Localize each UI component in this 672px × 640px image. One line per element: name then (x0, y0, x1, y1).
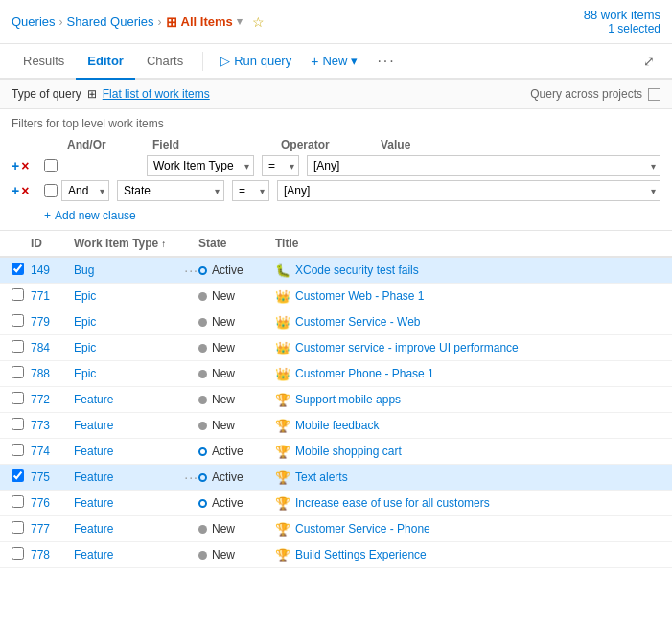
filter-row-2-operator[interactable]: = != In (232, 180, 269, 201)
table-row[interactable]: 779 Epic New 👑 Customer Service - Web (0, 309, 672, 335)
filter-row-2-andor[interactable]: And Or (61, 180, 109, 201)
filter-row-1-operator[interactable]: = != In (262, 155, 299, 176)
table-row[interactable]: 775 Feature ··· Active 🏆 Text alerts (0, 465, 672, 491)
row-type-text: Bug (74, 263, 94, 277)
filter-row-2-add[interactable]: + (12, 183, 19, 198)
row-checkbox[interactable] (12, 314, 31, 330)
row-title[interactable]: 👑 Customer Phone - Phase 1 (275, 367, 660, 381)
state-dot-icon (198, 370, 207, 378)
row-state-text: New (212, 548, 235, 561)
row-checkbox[interactable] (12, 444, 31, 459)
filter-row-2-remove[interactable]: × (21, 183, 29, 198)
header-type[interactable]: Work Item Type ↑ (74, 237, 198, 250)
row-type-text: Feature (74, 470, 113, 484)
count-label: 88 work items (584, 8, 660, 22)
row-title[interactable]: 👑 Customer service - improve UI performa… (275, 341, 660, 355)
filter-row-1-operator-wrapper: = != In (262, 155, 299, 176)
row-title-text: Mobile shopping cart (295, 445, 402, 458)
row-title[interactable]: 👑 Customer Web - Phase 1 (275, 289, 660, 304)
table-row[interactable]: 774 Feature Active 🏆 Mobile shopping car… (0, 439, 672, 465)
row-type: Feature ··· (74, 469, 198, 485)
chevron-down-icon[interactable]: ▾ (237, 15, 243, 28)
filter-row-2-value[interactable]: [Any] Active New Closed (277, 180, 660, 201)
tab-results[interactable]: Results (12, 44, 76, 80)
row-title[interactable]: 🏆 Build Settings Experience (275, 548, 660, 562)
filter-row-2-field[interactable]: State Work Item Type Title (117, 180, 224, 201)
table-row[interactable]: 777 Feature New 🏆 Customer Service - Pho… (0, 516, 672, 542)
row-title-text: Support mobile apps (295, 393, 401, 406)
row-state: New (198, 315, 275, 329)
row-checkbox[interactable] (12, 340, 31, 355)
row-title[interactable]: 🏆 Customer Service - Phone (275, 522, 660, 537)
row-checkbox[interactable] (12, 392, 31, 407)
row-checkbox[interactable] (12, 366, 31, 381)
run-query-button[interactable]: ▷ Run query (211, 48, 301, 74)
row-context-dots[interactable]: ··· (184, 263, 198, 278)
tab-charts[interactable]: Charts (135, 44, 195, 80)
row-title[interactable]: 👑 Customer Service - Web (275, 315, 660, 330)
filter-row-1-checkbox[interactable] (44, 159, 58, 172)
filter-row-1-value[interactable]: [Any] Bug Epic Feature (307, 155, 660, 176)
query-type-selector[interactable]: Type of query ⊞ Flat list of work items (12, 87, 210, 101)
query-across-checkbox[interactable] (648, 88, 660, 101)
row-checkbox[interactable] (12, 521, 31, 537)
table-row[interactable]: 771 Epic New 👑 Customer Web - Phase 1 (0, 284, 672, 309)
table-row[interactable]: 773 Feature New 🏆 Mobile feedback (0, 413, 672, 439)
sort-asc-icon[interactable]: ↑ (161, 239, 166, 249)
table-row[interactable]: 149 Bug ··· Active 🐛 XCode security test… (0, 258, 672, 284)
header-type-label: Work Item Type (74, 237, 158, 250)
row-id: 775 (31, 470, 74, 484)
breadcrumb-current: ⊞ All Items ▾ (166, 14, 243, 30)
row-checkbox[interactable] (12, 263, 31, 278)
add-clause-button[interactable]: + Add new clause (12, 205, 660, 226)
row-title[interactable]: 🏆 Support mobile apps (275, 393, 660, 407)
breadcrumb-current-label: All Items (181, 14, 233, 29)
breadcrumb-queries[interactable]: Queries (12, 14, 56, 29)
row-type-text: Epic (74, 315, 96, 329)
row-type-text: Feature (74, 548, 113, 561)
table-row[interactable]: 784 Epic New 👑 Customer service - improv… (0, 335, 672, 361)
row-state-text: New (212, 341, 235, 354)
row-checkbox[interactable] (12, 469, 31, 485)
row-title[interactable]: 🏆 Increase ease of use for all customers (275, 496, 660, 511)
query-type-value[interactable]: Flat list of work items (103, 87, 210, 101)
title-icon: 🏆 (275, 522, 290, 537)
breadcrumb-shared-queries[interactable]: Shared Queries (67, 14, 154, 29)
tab-editor[interactable]: Editor (76, 44, 135, 80)
row-checkbox[interactable] (12, 418, 31, 433)
row-id: 773 (31, 419, 74, 432)
new-button[interactable]: + New ▾ (301, 48, 367, 75)
filter-row-1-field-wrapper: Work Item Type State Title (147, 155, 254, 176)
row-title[interactable]: 🐛 XCode security test fails (275, 263, 660, 278)
table-row[interactable]: 772 Feature New 🏆 Support mobile apps (0, 387, 672, 413)
row-title[interactable]: 🏆 Mobile feedback (275, 419, 660, 433)
tabs-bar: Results Editor Charts ▷ Run query + New … (0, 44, 672, 80)
filter-row-1-field[interactable]: Work Item Type State Title (147, 155, 254, 176)
play-icon: ▷ (220, 54, 230, 68)
row-context-dots[interactable]: ··· (184, 469, 198, 485)
filter-row-1: + × Work Item Type State Title = != In [… (12, 155, 660, 176)
new-chevron-icon: ▾ (351, 54, 358, 68)
row-checkbox[interactable] (12, 547, 31, 562)
row-title[interactable]: 🏆 Text alerts (275, 470, 660, 485)
favorite-star-icon[interactable]: ☆ (252, 14, 265, 30)
filter-row-1-remove[interactable]: × (21, 158, 29, 173)
more-button[interactable]: ··· (367, 47, 405, 76)
row-state: Active (198, 263, 275, 277)
row-id: 788 (31, 367, 74, 380)
breadcrumb-sep-2: › (158, 15, 162, 29)
row-title-text: Text alerts (295, 470, 348, 484)
row-checkbox[interactable] (12, 495, 31, 511)
row-title[interactable]: 🏆 Mobile shopping cart (275, 445, 660, 459)
filter-row-2-checkbox[interactable] (44, 184, 58, 197)
value-col-header: Value (381, 138, 660, 151)
filter-row-1-add[interactable]: + (12, 158, 19, 173)
state-dot-icon (198, 318, 207, 327)
table-row[interactable]: 788 Epic New 👑 Customer Phone - Phase 1 (0, 361, 672, 387)
table-row[interactable]: 776 Feature Active 🏆 Increase ease of us… (0, 491, 672, 516)
table-row[interactable]: 778 Feature New 🏆 Build Settings Experie… (0, 542, 672, 568)
expand-button[interactable]: ⤢ (637, 48, 660, 75)
row-type: Feature (74, 548, 198, 561)
row-checkbox[interactable] (12, 288, 31, 304)
query-across-projects: Query across projects (530, 87, 660, 101)
